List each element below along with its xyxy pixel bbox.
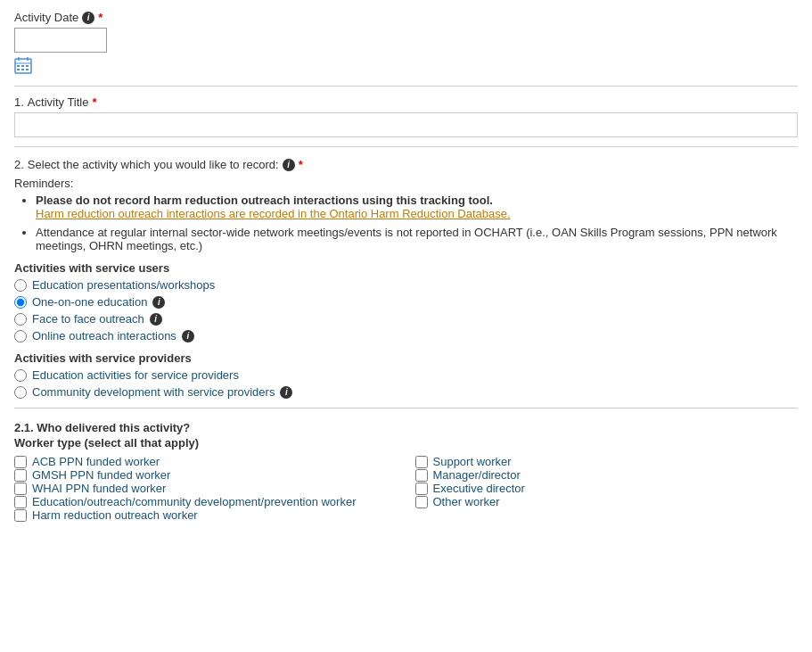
radio-edu-workshops: Education presentations/workshops xyxy=(14,278,798,292)
checkbox-harm-reduction: Harm reduction outreach worker xyxy=(14,508,398,522)
checkbox-acb-ppn-label[interactable]: ACB PPN funded worker xyxy=(32,455,160,468)
activity-date-required: * xyxy=(98,11,103,24)
select-activity-required: * xyxy=(299,158,303,171)
reminders-label: Reminders: xyxy=(14,177,798,190)
radio-face-to-face-label[interactable]: Face to face outreach xyxy=(32,312,144,326)
radio-face-to-face-input[interactable] xyxy=(14,313,27,326)
checkbox-whai-ppn-input[interactable] xyxy=(14,483,27,495)
select-activity-info-icon[interactable]: i xyxy=(283,159,295,171)
one-on-one-info-icon[interactable]: i xyxy=(152,296,165,309)
radio-community-dev-input[interactable] xyxy=(14,386,27,399)
svg-rect-9 xyxy=(26,69,29,70)
checkbox-exec-director-input[interactable] xyxy=(415,483,428,495)
service-providers-title: Activities with service providers xyxy=(14,351,798,365)
service-users-title: Activities with service users xyxy=(14,261,798,275)
worker-type-grid: ACB PPN funded worker GMSH PPN funded wo… xyxy=(14,455,798,522)
radio-one-on-one-label[interactable]: One-on-one education xyxy=(32,295,147,309)
radio-one-on-one: One-on-one education i xyxy=(14,295,798,309)
radio-community-dev: Community development with service provi… xyxy=(14,385,798,399)
delivered-by-number: 2.1. xyxy=(14,421,34,434)
checkbox-manager-input[interactable] xyxy=(415,469,428,482)
online-outreach-info-icon[interactable]: i xyxy=(182,330,194,343)
activity-title-text: Activity Title xyxy=(28,95,89,109)
activities-service-users-section: Activities with service users Education … xyxy=(14,261,798,343)
worker-type-label: Worker type (select all that apply) xyxy=(14,436,798,450)
checkbox-manager: Manager/director xyxy=(415,468,799,482)
checkbox-whai-ppn-label[interactable]: WHAI PPN funded worker xyxy=(32,482,166,495)
checkbox-acb-ppn: ACB PPN funded worker xyxy=(14,455,398,468)
activity-date-text: Activity Date xyxy=(14,11,78,24)
radio-edu-providers: Education activities for service provide… xyxy=(14,368,798,382)
checkbox-exec-director: Executive director xyxy=(415,482,799,495)
radio-edu-providers-label[interactable]: Education activities for service provide… xyxy=(32,368,239,382)
svg-rect-7 xyxy=(17,69,20,70)
activities-service-providers-section: Activities with service providers Educat… xyxy=(14,351,798,399)
radio-edu-workshops-input[interactable] xyxy=(14,279,27,292)
checkbox-edu-outreach-label[interactable]: Education/outreach/community development… xyxy=(32,495,356,508)
activity-title-required: * xyxy=(92,95,96,109)
checkbox-acb-ppn-input[interactable] xyxy=(14,456,27,468)
delivered-by-text: Who delivered this activity? xyxy=(37,421,190,434)
checkbox-other-worker: Other worker xyxy=(415,495,799,508)
radio-online-outreach-input[interactable] xyxy=(14,330,27,343)
activity-title-number: 1. xyxy=(14,95,24,109)
checkbox-other-worker-label[interactable]: Other worker xyxy=(433,495,500,508)
worker-type-left-col: ACB PPN funded worker GMSH PPN funded wo… xyxy=(14,455,398,522)
reminder-1-link[interactable]: Harm reduction outreach interactions are… xyxy=(36,207,511,220)
checkbox-support-worker-input[interactable] xyxy=(415,456,428,468)
activity-date-label: Activity Date i * xyxy=(14,11,798,24)
checkbox-other-worker-input[interactable] xyxy=(415,496,428,508)
worker-type-right-col: Support worker Manager/director Executiv… xyxy=(415,455,799,522)
radio-community-dev-label[interactable]: Community development with service provi… xyxy=(32,385,275,399)
select-activity-number: 2. xyxy=(14,158,24,171)
checkbox-support-worker-label[interactable]: Support worker xyxy=(433,455,512,468)
radio-online-outreach-label[interactable]: Online outreach interactions xyxy=(32,329,176,343)
face-to-face-info-icon[interactable]: i xyxy=(150,313,162,326)
radio-edu-workshops-label[interactable]: Education presentations/workshops xyxy=(32,278,215,292)
checkbox-manager-label[interactable]: Manager/director xyxy=(433,468,521,482)
checkbox-harm-reduction-input[interactable] xyxy=(14,509,27,522)
reminder-item-1: Please do not record harm reduction outr… xyxy=(36,194,798,220)
activity-title-label: 1. Activity Title * xyxy=(14,95,798,109)
checkbox-edu-outreach-input[interactable] xyxy=(14,496,27,508)
checkbox-whai-ppn: WHAI PPN funded worker xyxy=(14,482,398,495)
reminder-2-text: Attendance at regular internal sector-wi… xyxy=(36,226,777,252)
radio-online-outreach: Online outreach interactions i xyxy=(14,329,798,343)
calendar-icon[interactable] xyxy=(14,56,32,77)
checkbox-support-worker: Support worker xyxy=(415,455,799,468)
radio-one-on-one-input[interactable] xyxy=(14,296,27,309)
checkbox-harm-reduction-label[interactable]: Harm reduction outreach worker xyxy=(32,508,198,522)
select-activity-label: 2. Select the activity which you would l… xyxy=(14,158,798,171)
community-dev-info-icon[interactable]: i xyxy=(280,386,292,399)
reminder-1-bold: Please do not record harm reduction outr… xyxy=(36,194,493,207)
delivered-by-label: 2.1. Who delivered this activity? xyxy=(14,421,798,434)
checkbox-edu-outreach: Education/outreach/community development… xyxy=(14,495,398,508)
activity-title-input[interactable] xyxy=(14,112,798,137)
svg-rect-5 xyxy=(21,65,24,67)
svg-rect-4 xyxy=(17,65,20,67)
checkbox-gmsh-ppn: GMSH PPN funded worker xyxy=(14,468,398,482)
radio-face-to-face: Face to face outreach i xyxy=(14,312,798,326)
checkbox-gmsh-ppn-label[interactable]: GMSH PPN funded worker xyxy=(32,468,170,482)
svg-rect-8 xyxy=(21,69,24,70)
reminders-section: Reminders: Please do not record harm red… xyxy=(14,177,798,252)
svg-rect-6 xyxy=(26,65,29,67)
radio-edu-providers-input[interactable] xyxy=(14,369,27,382)
activity-date-info-icon[interactable]: i xyxy=(82,12,94,24)
delivered-by-section: 2.1. Who delivered this activity? Worker… xyxy=(14,421,798,522)
checkbox-gmsh-ppn-input[interactable] xyxy=(14,469,27,482)
activity-date-input[interactable] xyxy=(14,28,107,53)
select-activity-text: Select the activity which you would like… xyxy=(28,158,279,171)
reminder-item-2: Attendance at regular internal sector-wi… xyxy=(36,226,798,252)
checkbox-exec-director-label[interactable]: Executive director xyxy=(433,482,525,495)
